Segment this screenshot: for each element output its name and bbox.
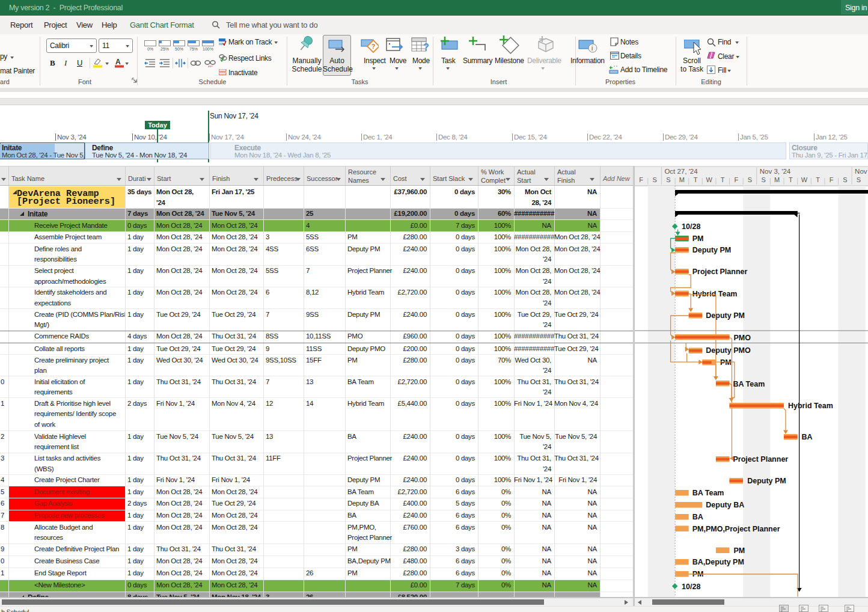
svg-text:Deputy PM: Deputy PM <box>706 311 745 320</box>
svg-text:M: M <box>679 176 685 183</box>
svg-text:Hybrid Team: Hybrid Team <box>692 289 738 298</box>
svg-text:PM: PM <box>692 234 704 243</box>
svg-text:PMO: PMO <box>734 333 751 341</box>
svg-text:Deputy BA: Deputy BA <box>706 501 744 509</box>
svg-text:S: S <box>652 176 656 183</box>
svg-text:Nov 3, '24: Nov 3, '24 <box>760 168 791 175</box>
svg-text:F: F <box>734 176 738 183</box>
svg-text:Deputy PMO: Deputy PMO <box>706 346 751 355</box>
svg-text:S: S <box>748 176 752 183</box>
svg-text:10/28: 10/28 <box>682 582 700 590</box>
svg-text:Oct 27, '24: Oct 27, '24 <box>664 168 698 175</box>
svg-text:BA: BA <box>802 433 813 441</box>
svg-text:10/28: 10/28 <box>682 222 700 231</box>
svg-text:W: W <box>706 176 712 183</box>
svg-text:T: T <box>694 176 698 183</box>
svg-text:A: A <box>115 58 121 66</box>
svg-text:BA Team: BA Team <box>733 379 765 388</box>
svg-text:i: i <box>591 45 593 52</box>
svg-text:PM,PMO,Project Planner: PM,PMO,Project Planner <box>692 524 780 533</box>
svg-text:BA Team: BA Team <box>692 489 724 497</box>
svg-text:S: S <box>666 176 670 183</box>
svg-text:T: T <box>721 176 725 183</box>
svg-text:Nov: Nov <box>855 168 867 175</box>
svg-text:F: F <box>639 176 643 183</box>
svg-text:Project Planner: Project Planner <box>733 455 789 464</box>
svg-text:W: W <box>801 176 808 183</box>
svg-text:F: F <box>830 176 834 183</box>
svg-text:S: S <box>843 176 847 183</box>
svg-text:Hybrid Team: Hybrid Team <box>788 402 833 410</box>
svg-text:BA: BA <box>692 513 703 521</box>
svg-text:M: M <box>774 176 780 183</box>
svg-text:BA,Deputy PM: BA,Deputy PM <box>692 558 744 566</box>
svg-text:T: T <box>816 176 820 183</box>
svg-text:?: ? <box>371 43 375 50</box>
svg-text:T: T <box>789 176 793 183</box>
svg-text:Project Planner: Project Planner <box>692 268 748 276</box>
svg-text:Deputy PM: Deputy PM <box>692 246 732 254</box>
svg-text:PM: PM <box>734 546 745 554</box>
svg-text:S: S <box>761 176 765 183</box>
svg-text:?: ? <box>423 42 429 52</box>
svg-text:S: S <box>857 176 861 183</box>
svg-text:Deputy PM: Deputy PM <box>747 477 786 485</box>
